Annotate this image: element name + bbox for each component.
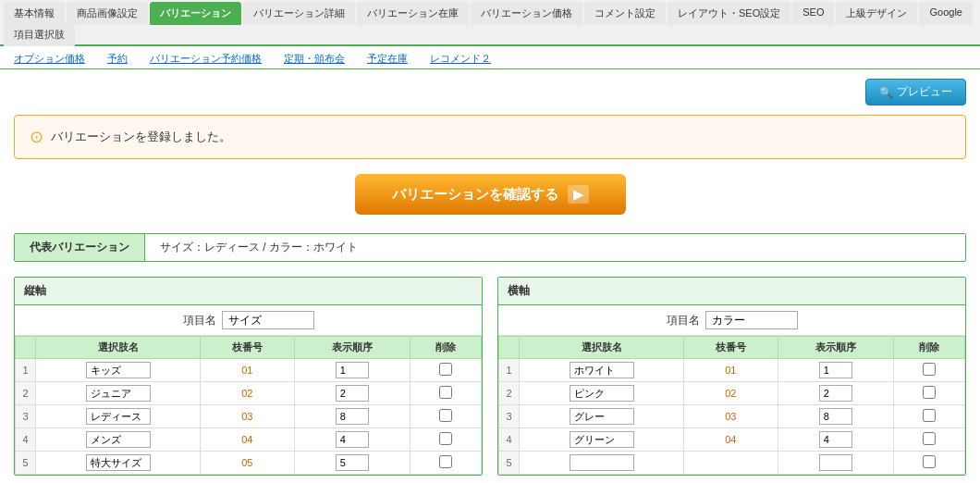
rep-var-label: 代表バリエーション [15,234,145,261]
horizontal-item-name-input[interactable] [705,311,798,329]
row-branch: 03 [201,405,294,428]
table-row: 2 02 [16,382,482,405]
row-delete-checkbox[interactable] [923,363,936,376]
row-delete-cell [410,405,481,428]
top-nav-tab[interactable]: バリエーション [150,2,241,25]
row-order-cell [778,382,893,405]
horizontal-col-name: 選択肢名 [520,337,684,359]
row-num: 2 [499,382,520,405]
top-nav-tab[interactable]: 上級デザイン [836,2,917,25]
preview-button[interactable]: 🔍 プレビュー [865,79,966,105]
row-num: 4 [499,428,520,452]
table-row: 1 01 [16,359,482,382]
top-nav-tab[interactable]: バリエーション在庫 [357,2,469,25]
table-row: 3 03 [499,405,965,428]
top-nav-tab[interactable]: バリエーション詳細 [243,2,355,25]
row-name-input[interactable] [570,362,634,378]
table-row: 2 02 [499,382,965,405]
row-name-cell [36,405,201,428]
second-nav-tab[interactable]: オプション価格 [4,48,95,69]
row-name-input[interactable] [570,385,634,402]
row-name-cell [36,452,201,475]
second-nav-tab[interactable]: 予定在庫 [357,48,418,69]
row-order-input[interactable] [819,431,852,448]
row-order-input[interactable] [336,385,369,402]
top-nav-tab[interactable]: レイアウト・SEO設定 [668,2,790,25]
row-order-input[interactable] [336,454,369,471]
row-name-input[interactable] [86,408,151,425]
row-delete-checkbox[interactable] [439,363,452,376]
row-delete-checkbox[interactable] [923,409,936,422]
vertical-axis-table: 選択肢名 枝番号 表示順序 削除 1 01 2 02 3 03 [15,336,482,475]
row-order-input[interactable] [336,408,369,425]
row-num: 5 [16,452,36,475]
row-name-input[interactable] [570,431,634,448]
top-nav-tab[interactable]: SEO [792,2,834,25]
row-order-input[interactable] [336,431,369,448]
row-order-cell [294,359,410,382]
vertical-col-name: 選択肢名 [36,337,201,359]
row-order-input[interactable] [819,385,852,402]
row-order-cell [778,452,893,475]
row-order-input[interactable] [819,454,852,471]
row-delete-checkbox[interactable] [923,432,936,445]
vertical-col-delete: 削除 [410,337,481,359]
row-order-input[interactable] [336,362,369,378]
row-order-input[interactable] [819,362,852,378]
row-name-cell [520,428,684,452]
row-delete-checkbox[interactable] [439,409,452,422]
row-name-input[interactable] [570,454,634,471]
preview-icon: 🔍 [879,86,893,99]
row-num: 4 [16,428,36,452]
second-nav-tab[interactable]: レコメンド２ [420,48,501,69]
row-branch: 05 [201,452,294,475]
row-delete-cell [893,382,964,405]
row-order-cell [294,382,410,405]
top-nav-tab[interactable]: Google [919,2,972,25]
second-nav-tab[interactable]: 予約 [97,48,138,69]
row-order-cell [294,428,410,452]
row-delete-cell [893,428,964,452]
main-content: 🔍 プレビュー ⊙ バリエーションを登録しました。 バリエーションを確認する ▶… [0,69,980,483]
row-delete-cell [410,359,481,382]
top-nav-tab[interactable]: 項目選択肢 [4,23,75,46]
row-branch: 02 [684,382,778,405]
row-name-input[interactable] [86,385,151,402]
row-delete-checkbox[interactable] [923,386,936,399]
row-delete-cell [893,452,964,475]
row-name-cell [520,382,684,405]
row-branch: 02 [201,382,294,405]
row-branch: 04 [201,428,294,452]
success-message-box: ⊙ バリエーションを登録しました。 [14,115,966,159]
row-name-input[interactable] [86,431,151,448]
vertical-col-order: 表示順序 [294,337,410,359]
top-nav-tab[interactable]: コメント設定 [584,2,666,25]
row-name-input[interactable] [570,408,634,425]
row-name-input[interactable] [86,454,151,471]
row-name-input[interactable] [86,362,151,378]
row-order-input[interactable] [819,408,852,425]
confirm-button[interactable]: バリエーションを確認する ▶ [355,174,626,215]
row-delete-checkbox[interactable] [439,455,452,468]
vertical-item-name-label: 項目名 [183,313,216,328]
second-nav-tab[interactable]: バリエーション予約価格 [140,48,272,69]
horizontal-col-branch: 枝番号 [684,337,778,359]
horizontal-axis-title: 横軸 [498,278,965,305]
row-name-cell [520,405,684,428]
top-nav-tab[interactable]: 基本情報 [4,2,65,25]
vertical-item-name-input[interactable] [222,311,314,329]
vertical-axis-title: 縦軸 [15,278,482,305]
row-delete-checkbox[interactable] [923,455,936,468]
success-icon: ⊙ [30,127,43,147]
preview-label: プレビュー [897,84,952,100]
row-order-cell [778,405,893,428]
row-delete-checkbox[interactable] [439,432,452,445]
vertical-col-branch: 枝番号 [201,337,294,359]
top-nav-tab[interactable]: 商品画像設定 [67,2,148,25]
row-branch: 01 [201,359,294,382]
top-nav-tab[interactable]: バリエーション価格 [471,2,582,25]
row-delete-checkbox[interactable] [439,386,452,399]
second-nav-tab[interactable]: 定期・頒布会 [274,48,355,69]
row-num: 5 [499,452,520,475]
vertical-col-num [16,337,36,359]
